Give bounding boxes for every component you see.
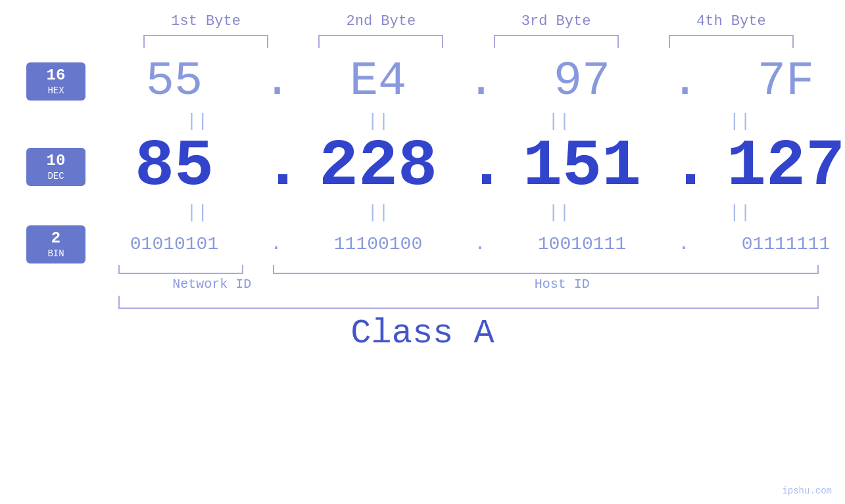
dec-sep-1: . bbox=[263, 134, 289, 200]
hex-val-3: 97 bbox=[554, 55, 610, 108]
dec-val-2: 228 bbox=[319, 129, 437, 204]
dec-row: 10 DEC 85 . 228 . 151 . 127 bbox=[26, 134, 819, 200]
hex-sep-2: . bbox=[467, 55, 493, 108]
bin-val-4: 01111111 bbox=[742, 234, 830, 254]
top-bracket-3 bbox=[494, 35, 619, 48]
bin-val-2: 11100100 bbox=[334, 234, 422, 254]
equals-row-2: || || || || bbox=[26, 202, 819, 223]
network-id-label: Network ID bbox=[118, 277, 306, 292]
hex-sep-1: . bbox=[263, 55, 289, 108]
bin-badge: 2 BIN bbox=[26, 225, 85, 263]
dec-sep-2: . bbox=[467, 134, 493, 200]
hex-sep-3: . bbox=[671, 55, 697, 108]
bottom-full-line bbox=[118, 296, 819, 309]
byte-header-4: 4th Byte bbox=[644, 13, 819, 30]
byte-header-2: 2nd Byte bbox=[293, 13, 468, 30]
watermark: ipshu.com bbox=[782, 486, 832, 496]
bin-sep-3: . bbox=[671, 234, 697, 254]
top-bracket-2 bbox=[318, 35, 443, 48]
top-bracket-4 bbox=[669, 35, 794, 48]
hex-val-1: 55 bbox=[146, 55, 203, 108]
id-labels-row: Network ID Host ID bbox=[26, 277, 819, 292]
host-id-label: Host ID bbox=[306, 277, 819, 292]
bin-val-3: 10010111 bbox=[538, 234, 626, 254]
host-bracket bbox=[273, 265, 819, 274]
bottom-brackets bbox=[26, 265, 819, 274]
bin-sep-2: . bbox=[467, 234, 493, 254]
dec-badge: 10 DEC bbox=[26, 148, 85, 186]
class-row: Class A bbox=[26, 314, 819, 353]
dec-sep-3: . bbox=[671, 134, 697, 200]
hex-row: 16 HEX 55 . E4 . 97 . 7F bbox=[26, 55, 819, 108]
main-container: 1st Byte 2nd Byte 3rd Byte 4th Byte 16 H… bbox=[0, 0, 845, 504]
byte-header-3: 3rd Byte bbox=[469, 13, 644, 30]
hex-badge: 16 HEX bbox=[26, 62, 85, 101]
byte-header-1: 1st Byte bbox=[118, 13, 293, 30]
equals-row-1: || || || || bbox=[26, 111, 819, 131]
dec-val-4: 127 bbox=[727, 129, 845, 204]
hex-val-4: 7F bbox=[758, 55, 814, 108]
bin-sep-1: . bbox=[263, 234, 289, 254]
dec-val-1: 85 bbox=[135, 129, 214, 204]
bin-row: 2 BIN 01010101 . 11100100 . 10010111 . 0… bbox=[26, 225, 819, 263]
top-bracket-1 bbox=[143, 35, 268, 48]
byte-headers: 1st Byte 2nd Byte 3rd Byte 4th Byte bbox=[26, 13, 819, 30]
top-brackets bbox=[26, 35, 819, 48]
dec-val-3: 151 bbox=[523, 129, 641, 204]
class-label: Class A bbox=[350, 314, 494, 353]
bottom-full-bracket bbox=[26, 296, 819, 309]
bin-val-1: 01010101 bbox=[130, 234, 218, 254]
hex-val-2: E4 bbox=[350, 55, 406, 108]
network-bracket bbox=[118, 265, 243, 274]
